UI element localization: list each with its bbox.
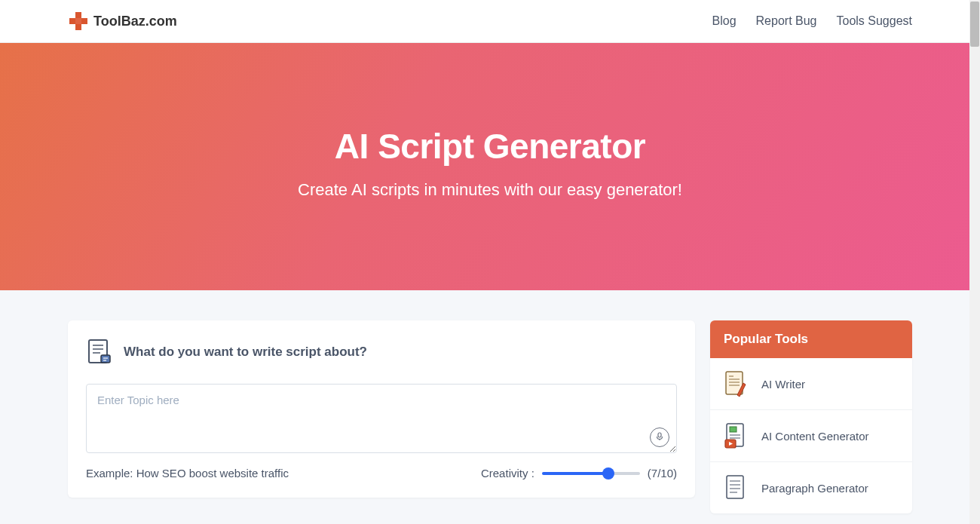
- example-text: Example: How SEO boost website traffic: [86, 467, 289, 480]
- writer-icon: [724, 369, 748, 398]
- microphone-icon: [655, 432, 664, 443]
- nav-tools-suggest[interactable]: Tools Suggest: [836, 14, 912, 28]
- svg-rect-9: [101, 355, 110, 363]
- nav-report-bug[interactable]: Report Bug: [756, 14, 817, 28]
- prompt-label: What do you want to write script about?: [124, 345, 367, 360]
- svg-rect-25: [727, 476, 743, 498]
- tool-label: AI Content Generator: [761, 430, 869, 443]
- content-icon: [724, 421, 748, 450]
- creativity-slider[interactable]: [542, 472, 640, 475]
- svg-rect-1: [69, 18, 75, 24]
- paragraph-icon: [724, 473, 748, 502]
- popular-tools-sidebar: Popular Tools AI Writer AI Content Gener…: [710, 320, 912, 513]
- topic-input[interactable]: [86, 384, 677, 453]
- tool-paragraph-generator[interactable]: Paragraph Generator: [710, 462, 912, 513]
- hero-section: AI Script Generator Create AI scripts in…: [0, 43, 980, 290]
- tool-label: Paragraph Generator: [761, 482, 868, 495]
- site-header: ToolBaz.com Blog Report Bug Tools Sugges…: [0, 0, 980, 43]
- page-subtitle: Create AI scripts in minutes with our ea…: [15, 180, 965, 200]
- logo-text: ToolBaz.com: [93, 14, 177, 29]
- tool-ai-content-generator[interactable]: AI Content Generator: [710, 410, 912, 462]
- svg-rect-0: [75, 12, 81, 18]
- site-logo[interactable]: ToolBaz.com: [68, 11, 177, 32]
- tool-label: AI Writer: [761, 378, 805, 391]
- creativity-label: Creativity :: [481, 467, 534, 480]
- page-title: AI Script Generator: [15, 126, 965, 167]
- svg-rect-12: [658, 433, 661, 437]
- scrollbar[interactable]: [969, 0, 980, 524]
- top-nav: Blog Report Bug Tools Suggest: [712, 14, 912, 28]
- controls-row: Example: How SEO boost website traffic C…: [86, 467, 677, 480]
- scrollbar-thumb[interactable]: [970, 2, 979, 47]
- textarea-wrap: [86, 384, 677, 456]
- prompt-header: What do you want to write script about?: [86, 339, 677, 366]
- logo-icon: [68, 11, 89, 32]
- document-icon: [86, 339, 113, 366]
- creativity-control: Creativity : (7/10): [481, 467, 677, 480]
- svg-rect-4: [75, 24, 81, 30]
- content-area: What do you want to write script about? …: [0, 290, 980, 524]
- creativity-value: (7/10): [648, 467, 677, 480]
- generator-card: What do you want to write script about? …: [68, 320, 695, 498]
- tool-ai-writer[interactable]: AI Writer: [710, 358, 912, 410]
- nav-blog[interactable]: Blog: [712, 14, 737, 28]
- svg-rect-2: [75, 18, 81, 24]
- svg-rect-3: [81, 18, 87, 24]
- mic-button[interactable]: [650, 427, 669, 447]
- svg-rect-20: [730, 427, 737, 432]
- sidebar-title: Popular Tools: [710, 320, 912, 358]
